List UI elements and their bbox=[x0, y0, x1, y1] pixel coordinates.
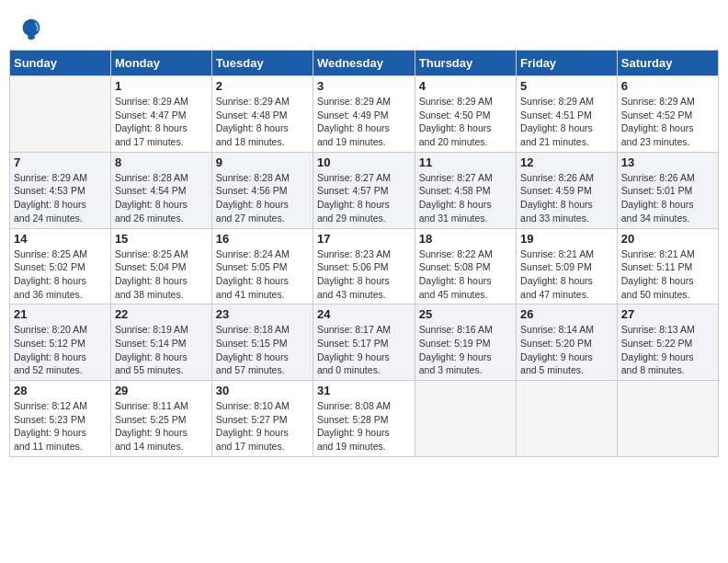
day-info: Sunrise: 8:16 AM Sunset: 5:19 PM Dayligh… bbox=[419, 323, 512, 377]
calendar-week-row: 14Sunrise: 8:25 AM Sunset: 5:02 PM Dayli… bbox=[10, 228, 719, 304]
calendar-cell: 4Sunrise: 8:29 AM Sunset: 4:50 PM Daylig… bbox=[415, 76, 516, 153]
day-info: Sunrise: 8:25 AM Sunset: 5:04 PM Dayligh… bbox=[115, 247, 208, 302]
day-number: 1 bbox=[115, 79, 208, 93]
calendar-cell: 14Sunrise: 8:25 AM Sunset: 5:02 PM Dayli… bbox=[10, 228, 111, 304]
calendar-cell: 16Sunrise: 8:24 AM Sunset: 5:05 PM Dayli… bbox=[211, 228, 313, 304]
day-number: 17 bbox=[317, 232, 411, 246]
day-number: 5 bbox=[520, 79, 613, 93]
day-number: 28 bbox=[14, 384, 107, 397]
calendar-cell bbox=[617, 381, 718, 457]
weekday-header-tuesday: Tuesday bbox=[211, 51, 313, 76]
calendar-week-row: 1Sunrise: 8:29 AM Sunset: 4:47 PM Daylig… bbox=[10, 76, 719, 153]
calendar-cell: 6Sunrise: 8:29 AM Sunset: 4:52 PM Daylig… bbox=[617, 76, 718, 153]
calendar-cell: 8Sunrise: 8:28 AM Sunset: 4:54 PM Daylig… bbox=[110, 152, 211, 228]
day-info: Sunrise: 8:29 AM Sunset: 4:47 PM Dayligh… bbox=[115, 95, 208, 149]
calendar-cell: 24Sunrise: 8:17 AM Sunset: 5:17 PM Dayli… bbox=[313, 304, 415, 381]
calendar-cell bbox=[415, 381, 516, 457]
day-number: 19 bbox=[520, 232, 613, 246]
day-number: 22 bbox=[115, 307, 208, 321]
calendar-cell: 3Sunrise: 8:29 AM Sunset: 4:49 PM Daylig… bbox=[313, 76, 415, 153]
day-number: 25 bbox=[419, 307, 512, 321]
day-number: 21 bbox=[14, 307, 107, 321]
calendar-week-row: 7Sunrise: 8:29 AM Sunset: 4:53 PM Daylig… bbox=[10, 152, 719, 228]
day-info: Sunrise: 8:12 AM Sunset: 5:23 PM Dayligh… bbox=[14, 399, 107, 454]
calendar-cell: 7Sunrise: 8:29 AM Sunset: 4:53 PM Daylig… bbox=[10, 152, 111, 228]
day-number: 27 bbox=[621, 307, 714, 321]
day-number: 11 bbox=[419, 155, 512, 169]
calendar: SundayMondayTuesdayWednesdayThursdayFrid… bbox=[9, 50, 719, 457]
calendar-cell: 29Sunrise: 8:11 AM Sunset: 5:25 PM Dayli… bbox=[110, 381, 211, 457]
day-info: Sunrise: 8:17 AM Sunset: 5:17 PM Dayligh… bbox=[317, 323, 411, 377]
day-info: Sunrise: 8:29 AM Sunset: 4:48 PM Dayligh… bbox=[216, 95, 309, 149]
header bbox=[9, 9, 719, 46]
day-number: 18 bbox=[419, 232, 512, 246]
calendar-cell: 11Sunrise: 8:27 AM Sunset: 4:58 PM Dayli… bbox=[415, 152, 516, 228]
day-info: Sunrise: 8:28 AM Sunset: 4:54 PM Dayligh… bbox=[115, 171, 208, 225]
calendar-cell bbox=[10, 76, 111, 153]
calendar-week-row: 28Sunrise: 8:12 AM Sunset: 5:23 PM Dayli… bbox=[10, 381, 719, 457]
calendar-week-row: 21Sunrise: 8:20 AM Sunset: 5:12 PM Dayli… bbox=[10, 304, 719, 381]
day-number: 9 bbox=[216, 155, 309, 169]
calendar-cell: 2Sunrise: 8:29 AM Sunset: 4:48 PM Daylig… bbox=[211, 76, 313, 153]
calendar-cell: 18Sunrise: 8:22 AM Sunset: 5:08 PM Dayli… bbox=[415, 228, 516, 304]
calendar-cell: 20Sunrise: 8:21 AM Sunset: 5:11 PM Dayli… bbox=[617, 228, 718, 304]
calendar-cell: 9Sunrise: 8:28 AM Sunset: 4:56 PM Daylig… bbox=[211, 152, 313, 228]
day-info: Sunrise: 8:19 AM Sunset: 5:14 PM Dayligh… bbox=[115, 323, 208, 377]
day-number: 4 bbox=[419, 79, 512, 93]
day-info: Sunrise: 8:10 AM Sunset: 5:27 PM Dayligh… bbox=[216, 399, 309, 454]
calendar-cell: 30Sunrise: 8:10 AM Sunset: 5:27 PM Dayli… bbox=[211, 381, 313, 457]
calendar-cell: 13Sunrise: 8:26 AM Sunset: 5:01 PM Dayli… bbox=[617, 152, 718, 228]
day-info: Sunrise: 8:22 AM Sunset: 5:08 PM Dayligh… bbox=[419, 247, 512, 302]
day-number: 2 bbox=[216, 79, 309, 93]
day-number: 12 bbox=[520, 155, 613, 169]
day-number: 24 bbox=[317, 307, 411, 321]
day-info: Sunrise: 8:29 AM Sunset: 4:49 PM Dayligh… bbox=[317, 95, 411, 149]
day-number: 7 bbox=[14, 155, 107, 169]
calendar-cell: 12Sunrise: 8:26 AM Sunset: 4:59 PM Dayli… bbox=[517, 152, 618, 228]
day-info: Sunrise: 8:13 AM Sunset: 5:22 PM Dayligh… bbox=[621, 323, 714, 377]
day-number: 8 bbox=[115, 155, 208, 169]
day-number: 26 bbox=[520, 307, 613, 321]
calendar-cell: 10Sunrise: 8:27 AM Sunset: 4:57 PM Dayli… bbox=[313, 152, 415, 228]
day-number: 30 bbox=[216, 384, 309, 397]
day-info: Sunrise: 8:21 AM Sunset: 5:11 PM Dayligh… bbox=[621, 247, 714, 302]
day-info: Sunrise: 8:24 AM Sunset: 5:05 PM Dayligh… bbox=[216, 247, 309, 302]
day-number: 23 bbox=[216, 307, 309, 321]
day-number: 3 bbox=[317, 79, 411, 93]
weekday-header-thursday: Thursday bbox=[415, 51, 516, 76]
day-info: Sunrise: 8:29 AM Sunset: 4:51 PM Dayligh… bbox=[520, 95, 613, 149]
day-info: Sunrise: 8:26 AM Sunset: 4:59 PM Dayligh… bbox=[520, 171, 613, 225]
calendar-cell: 22Sunrise: 8:19 AM Sunset: 5:14 PM Dayli… bbox=[110, 304, 211, 381]
calendar-cell: 5Sunrise: 8:29 AM Sunset: 4:51 PM Daylig… bbox=[517, 76, 618, 153]
calendar-cell: 19Sunrise: 8:21 AM Sunset: 5:09 PM Dayli… bbox=[517, 228, 618, 304]
calendar-cell: 1Sunrise: 8:29 AM Sunset: 4:47 PM Daylig… bbox=[110, 76, 211, 153]
calendar-cell: 15Sunrise: 8:25 AM Sunset: 5:04 PM Dayli… bbox=[110, 228, 211, 304]
day-info: Sunrise: 8:29 AM Sunset: 4:53 PM Dayligh… bbox=[14, 171, 107, 225]
weekday-header-row: SundayMondayTuesdayWednesdayThursdayFrid… bbox=[10, 51, 719, 76]
day-number: 10 bbox=[317, 155, 411, 169]
calendar-cell: 31Sunrise: 8:08 AM Sunset: 5:28 PM Dayli… bbox=[313, 381, 415, 457]
day-info: Sunrise: 8:23 AM Sunset: 5:06 PM Dayligh… bbox=[317, 247, 411, 302]
day-info: Sunrise: 8:14 AM Sunset: 5:20 PM Dayligh… bbox=[520, 323, 613, 377]
day-info: Sunrise: 8:20 AM Sunset: 5:12 PM Dayligh… bbox=[14, 323, 107, 377]
calendar-cell: 28Sunrise: 8:12 AM Sunset: 5:23 PM Dayli… bbox=[10, 381, 111, 457]
calendar-cell: 23Sunrise: 8:18 AM Sunset: 5:15 PM Dayli… bbox=[211, 304, 313, 381]
logo-icon bbox=[18, 17, 44, 42]
day-number: 14 bbox=[14, 232, 107, 246]
day-info: Sunrise: 8:18 AM Sunset: 5:15 PM Dayligh… bbox=[216, 323, 309, 377]
weekday-header-saturday: Saturday bbox=[617, 51, 718, 76]
day-info: Sunrise: 8:28 AM Sunset: 4:56 PM Dayligh… bbox=[216, 171, 309, 225]
calendar-cell: 26Sunrise: 8:14 AM Sunset: 5:20 PM Dayli… bbox=[517, 304, 618, 381]
weekday-header-friday: Friday bbox=[517, 51, 618, 76]
day-number: 13 bbox=[621, 155, 714, 169]
logo bbox=[18, 17, 48, 42]
calendar-cell: 17Sunrise: 8:23 AM Sunset: 5:06 PM Dayli… bbox=[313, 228, 415, 304]
day-number: 29 bbox=[115, 384, 208, 397]
day-number: 15 bbox=[115, 232, 208, 246]
day-info: Sunrise: 8:11 AM Sunset: 5:25 PM Dayligh… bbox=[115, 399, 208, 454]
day-info: Sunrise: 8:29 AM Sunset: 4:52 PM Dayligh… bbox=[621, 95, 714, 149]
calendar-cell: 21Sunrise: 8:20 AM Sunset: 5:12 PM Dayli… bbox=[10, 304, 111, 381]
calendar-cell: 25Sunrise: 8:16 AM Sunset: 5:19 PM Dayli… bbox=[415, 304, 516, 381]
calendar-cell bbox=[517, 381, 618, 457]
day-number: 20 bbox=[621, 232, 714, 246]
